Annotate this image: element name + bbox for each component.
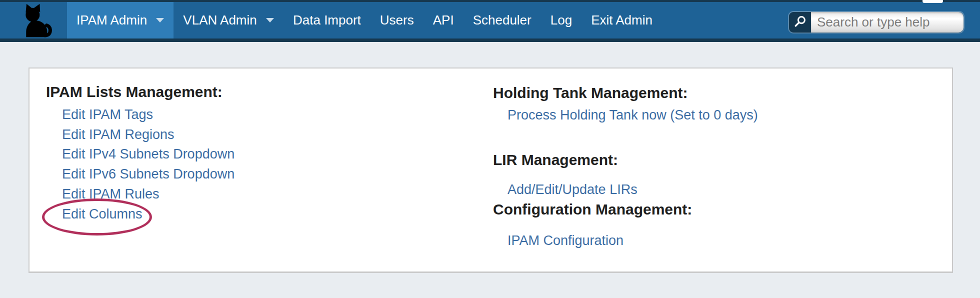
link-edit-ipv4-subnets-dropdown[interactable]: Edit IPv4 Subnets Dropdown xyxy=(62,146,234,162)
nav-item-label: API xyxy=(433,12,454,28)
search-widget xyxy=(789,12,964,32)
nav-item-log[interactable]: Log xyxy=(541,2,582,38)
nav-item-label: Log xyxy=(550,12,572,28)
nav-item-data-import[interactable]: Data Import xyxy=(284,2,370,38)
nav-item-exit-admin[interactable]: Exit Admin xyxy=(582,2,662,38)
holding-tank-management-heading: Holding Tank Management: xyxy=(493,84,688,101)
nav-item-label: Scheduler xyxy=(473,12,532,28)
cat-icon xyxy=(18,31,57,40)
link-ipam-configuration[interactable]: IPAM Configuration xyxy=(508,233,624,248)
nav-item-scheduler[interactable]: Scheduler xyxy=(464,2,541,38)
search-input[interactable] xyxy=(811,12,964,32)
nav-menu: IPAM Admin VLAN Admin Data Import Users … xyxy=(67,2,662,38)
chevron-down-icon xyxy=(156,18,164,22)
nav-item-label: IPAM Admin xyxy=(76,12,147,28)
link-process-holding-tank[interactable]: Process Holding Tank now (Set to 0 days) xyxy=(508,108,758,123)
nav-item-api[interactable]: API xyxy=(424,2,464,38)
ipam-lists-management-heading: IPAM Lists Management: xyxy=(46,84,222,100)
nav-item-label: Users xyxy=(380,12,414,28)
link-edit-columns[interactable]: Edit Columns xyxy=(62,206,142,222)
nav-item-users[interactable]: Users xyxy=(370,2,424,38)
link-add-edit-update-lirs[interactable]: Add/Edit/Update LIRs xyxy=(508,182,638,198)
cat-logo[interactable] xyxy=(18,3,57,38)
configuration-management-heading: Configuration Management: xyxy=(493,201,692,218)
chevron-down-icon xyxy=(266,18,274,22)
nav-item-ipam-admin[interactable]: IPAM Admin xyxy=(67,2,174,38)
admin-management-panel: IPAM Lists Management: Edit IPAM Tags Ed… xyxy=(28,68,953,273)
link-edit-ipam-tags[interactable]: Edit IPAM Tags xyxy=(62,107,153,122)
nav-item-label: Exit Admin xyxy=(591,12,652,28)
nav-item-vlan-admin[interactable]: VLAN Admin xyxy=(174,2,284,38)
search-button[interactable] xyxy=(789,12,811,32)
top-navbar: IPAM Admin VLAN Admin Data Import Users … xyxy=(0,0,980,42)
magnifier-icon xyxy=(793,14,807,30)
nav-item-label: VLAN Admin xyxy=(183,12,256,28)
top-edge-notch xyxy=(922,0,943,3)
link-edit-ipv6-subnets-dropdown[interactable]: Edit IPv6 Subnets Dropdown xyxy=(62,166,234,182)
link-edit-ipam-regions[interactable]: Edit IPAM Regions xyxy=(62,127,174,142)
nav-item-label: Data Import xyxy=(293,12,361,28)
link-edit-ipam-rules[interactable]: Edit IPAM Rules xyxy=(62,186,160,202)
lir-management-heading: LIR Management: xyxy=(493,152,618,168)
